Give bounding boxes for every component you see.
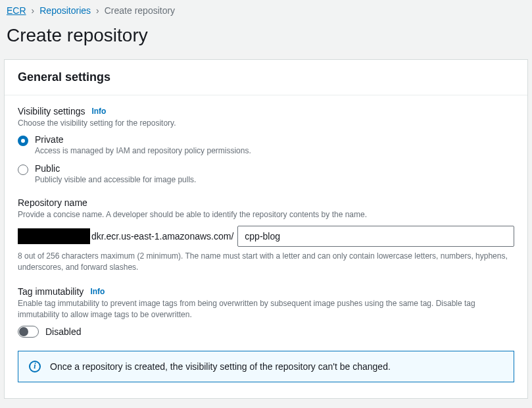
breadcrumb-repositories[interactable]: Repositories xyxy=(39,5,91,16)
panel-header: General settings xyxy=(5,60,527,95)
registry-uri-suffix: dkr.ecr.us-east-1.amazonaws.com/ xyxy=(90,231,237,242)
radio-public[interactable] xyxy=(18,165,28,175)
radio-public-label: Public xyxy=(35,163,196,174)
visibility-label: Visibility settings xyxy=(18,106,85,116)
visibility-info-link[interactable]: Info xyxy=(91,107,106,116)
repo-name-field: Repository name Provide a concise name. … xyxy=(18,197,514,274)
breadcrumb-current: Create repository xyxy=(105,5,175,16)
tag-immutability-desc: Enable tag immutability to prevent image… xyxy=(18,298,514,320)
toggle-knob xyxy=(19,327,28,336)
radio-private-label: Private xyxy=(35,134,251,145)
general-settings-panel: General settings Visibility settings Inf… xyxy=(4,59,528,399)
repo-name-hint: 8 out of 256 characters maximum (2 minim… xyxy=(18,251,514,274)
visibility-desc: Choose the visibility setting for the re… xyxy=(18,118,514,129)
chevron-right-icon: › xyxy=(96,5,99,16)
visibility-warning-alert: i Once a repository is created, the visi… xyxy=(18,351,514,382)
account-id-redacted xyxy=(18,228,90,244)
tag-immutability-field: Tag immutability Info Enable tag immutab… xyxy=(18,286,514,338)
radio-private[interactable] xyxy=(18,136,28,146)
repo-name-input[interactable] xyxy=(237,226,514,247)
page-title: Create repository xyxy=(0,18,532,59)
breadcrumb-ecr[interactable]: ECR xyxy=(7,5,26,16)
radio-public-desc: Publicly visible and accessible for imag… xyxy=(35,175,196,184)
tag-immutability-label: Tag immutability xyxy=(18,286,84,297)
breadcrumb: ECR › Repositories › Create repository xyxy=(0,0,532,18)
alert-text: Once a repository is created, the visibi… xyxy=(50,361,391,372)
tag-immutability-state: Disabled xyxy=(45,326,81,337)
tag-immutability-toggle[interactable] xyxy=(18,326,39,338)
tag-immutability-info-link[interactable]: Info xyxy=(90,287,105,296)
radio-private-desc: Access is managed by IAM and repository … xyxy=(35,146,251,155)
chevron-right-icon: › xyxy=(32,5,35,16)
info-icon: i xyxy=(29,361,41,372)
visibility-field: Visibility settings Info Choose the visi… xyxy=(18,106,514,184)
repo-name-label: Repository name xyxy=(18,197,87,208)
repo-name-desc: Provide a concise name. A developer shou… xyxy=(18,209,514,220)
